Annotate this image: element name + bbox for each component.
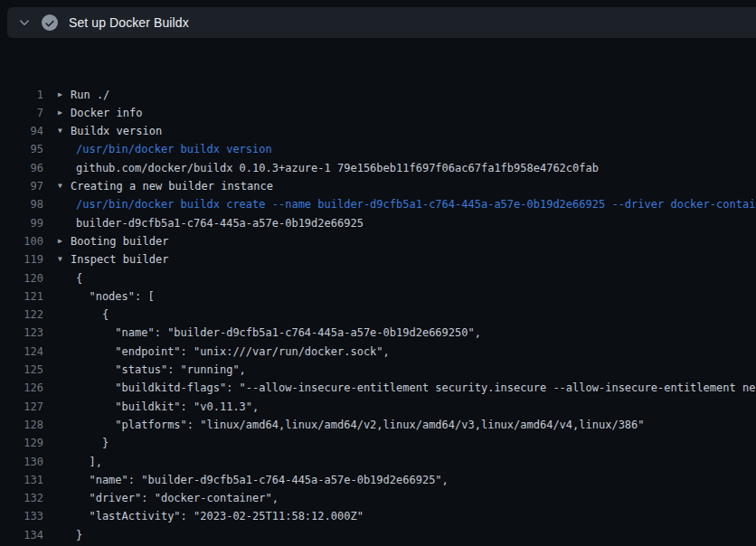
log-line-text: { bbox=[76, 306, 109, 324]
line-number[interactable]: 95 bbox=[0, 140, 43, 158]
line-number[interactable]: 99 bbox=[0, 214, 43, 232]
log-group-header[interactable]: 119 ▼Inspect builder bbox=[0, 250, 756, 268]
log-line-text: ], bbox=[76, 453, 102, 471]
log-viewer: 1 ▶Run ./ 7 ▶Docker info 94 ▼Buildx vers… bbox=[0, 38, 756, 546]
log-line: 96 github.com/docker/buildx 0.10.3+azure… bbox=[0, 159, 756, 177]
log-line-text: "endpoint": "unix:///var/run/docker.sock… bbox=[76, 343, 390, 361]
log-line: 99 builder-d9cfb5a1-c764-445a-a57e-0b19d… bbox=[0, 214, 756, 232]
line-number[interactable]: 128 bbox=[0, 416, 43, 434]
log-line-text: Buildx version bbox=[71, 122, 162, 140]
log-line-text: Booting builder bbox=[71, 232, 168, 250]
log-line-text: "buildkitd-flags": "--allow-insecure-ent… bbox=[76, 379, 756, 397]
log-line-text: Creating a new builder instance bbox=[71, 177, 273, 195]
line-number[interactable]: 121 bbox=[0, 287, 43, 306]
log-line: 98 /usr/bin/docker buildx create --name … bbox=[0, 195, 756, 213]
log-group-header[interactable]: 1 ▶Run ./ bbox=[0, 86, 756, 104]
log-line-text: /usr/bin/docker buildx version bbox=[76, 140, 272, 158]
log-group-header[interactable]: 7 ▶Docker info bbox=[0, 104, 756, 122]
log-line-text: "lastActivity": "2023-02-25T11:58:12.000… bbox=[76, 507, 364, 525]
line-number[interactable]: 120 bbox=[0, 269, 43, 287]
line-number[interactable]: 7 bbox=[0, 104, 43, 122]
line-number[interactable]: 96 bbox=[0, 159, 43, 177]
log-line: 132 "driver": "docker-container", bbox=[0, 489, 756, 507]
log-group-header[interactable]: 94 ▼Buildx version bbox=[0, 122, 756, 140]
line-number[interactable]: 125 bbox=[0, 361, 43, 379]
log-line: 127 "buildkit": "v0.11.3", bbox=[0, 398, 756, 416]
line-number[interactable]: 122 bbox=[0, 306, 43, 324]
triangle-right-icon: ▶ bbox=[58, 86, 71, 104]
log-line-text: "nodes": [ bbox=[76, 287, 155, 306]
line-number[interactable]: 123 bbox=[0, 324, 43, 342]
line-number[interactable]: 130 bbox=[0, 453, 43, 471]
log-line: 134 } bbox=[0, 526, 756, 544]
log-line-text: builder-d9cfb5a1-c764-445a-a57e-0b19d2e6… bbox=[76, 214, 364, 232]
log-line: 130 ], bbox=[0, 453, 756, 471]
line-number[interactable]: 98 bbox=[0, 195, 43, 213]
triangle-down-icon: ▼ bbox=[58, 177, 71, 195]
log-line-text: github.com/docker/buildx 0.10.3+azure-1 … bbox=[76, 159, 599, 177]
check-circle-icon bbox=[42, 14, 58, 31]
line-number[interactable]: 100 bbox=[0, 232, 43, 250]
log-line-text: } bbox=[76, 434, 109, 452]
log-line: 131 "name": "builder-d9cfb5a1-c764-445a-… bbox=[0, 471, 756, 489]
log-line-text: Docker info bbox=[71, 104, 142, 122]
line-number[interactable]: 134 bbox=[0, 526, 43, 544]
log-line: 122 { bbox=[0, 306, 756, 324]
line-number[interactable]: 126 bbox=[0, 379, 43, 397]
triangle-down-icon: ▼ bbox=[58, 122, 71, 140]
log-line: 129 } bbox=[0, 434, 756, 452]
line-number[interactable]: 97 bbox=[0, 177, 43, 195]
log-line-text: "buildkit": "v0.11.3", bbox=[76, 398, 259, 416]
log-line-text: "platforms": "linux/amd64,linux/amd64/v2… bbox=[76, 416, 645, 434]
log-line-text: Run ./ bbox=[71, 86, 109, 104]
line-number[interactable]: 1 bbox=[0, 86, 43, 104]
step-header[interactable]: Set up Docker Buildx bbox=[7, 7, 756, 38]
line-number[interactable]: 132 bbox=[0, 489, 43, 507]
triangle-down-icon: ▼ bbox=[58, 250, 71, 268]
log-group-header[interactable]: 97 ▼Creating a new builder instance bbox=[0, 177, 756, 195]
triangle-right-icon: ▶ bbox=[58, 104, 71, 122]
log-line-text: "name": "builder-d9cfb5a1-c764-445a-a57e… bbox=[76, 324, 481, 342]
line-number[interactable]: 131 bbox=[0, 471, 43, 489]
log-line: 120 { bbox=[0, 269, 756, 287]
step-title: Set up Docker Buildx bbox=[69, 15, 189, 30]
log-line-text: "driver": "docker-container", bbox=[76, 489, 279, 507]
line-number[interactable]: 133 bbox=[0, 507, 43, 525]
log-line-text: { bbox=[76, 269, 82, 287]
line-number[interactable]: 127 bbox=[0, 398, 43, 416]
log-line-text: Inspect builder bbox=[71, 250, 168, 268]
line-number[interactable]: 129 bbox=[0, 434, 43, 452]
log-line-text: "status": "running", bbox=[76, 361, 246, 379]
log-line-text: /usr/bin/docker buildx create --name bui… bbox=[76, 195, 756, 213]
log-line-text: "name": "builder-d9cfb5a1-c764-445a-a57e… bbox=[76, 471, 449, 489]
log-group-header[interactable]: 100 ▶Booting builder bbox=[0, 232, 756, 250]
log-line: 125 "status": "running", bbox=[0, 361, 756, 379]
line-number[interactable]: 119 bbox=[0, 250, 43, 268]
log-line-text: } bbox=[76, 526, 82, 544]
triangle-right-icon: ▶ bbox=[58, 232, 71, 250]
chevron-down-icon[interactable] bbox=[18, 16, 31, 29]
log-lines: 1 ▶Run ./ 7 ▶Docker info 94 ▼Buildx vers… bbox=[0, 86, 756, 546]
line-number[interactable]: 124 bbox=[0, 343, 43, 361]
log-line: 124 "endpoint": "unix:///var/run/docker.… bbox=[0, 343, 756, 361]
log-line: 123 "name": "builder-d9cfb5a1-c764-445a-… bbox=[0, 324, 756, 342]
log-line: 133 "lastActivity": "2023-02-25T11:58:12… bbox=[0, 507, 756, 525]
log-line: 121 "nodes": [ bbox=[0, 287, 756, 306]
log-line: 128 "platforms": "linux/amd64,linux/amd6… bbox=[0, 416, 756, 434]
log-line: 126 "buildkitd-flags": "--allow-insecure… bbox=[0, 379, 756, 397]
line-number[interactable]: 94 bbox=[0, 122, 43, 140]
log-line: 95 /usr/bin/docker buildx version bbox=[0, 140, 756, 158]
